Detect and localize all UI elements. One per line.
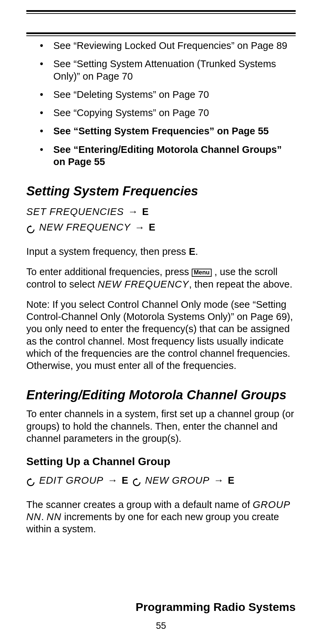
arrow-icon: → — [107, 473, 117, 488]
list-item: See “Setting System Attenuation (Trunked… — [40, 58, 296, 82]
bullet-text: See “Setting System Frequencies” on Page… — [53, 126, 269, 136]
scroll-icon — [26, 476, 35, 485]
sequence-line-3: Edit Group → E New Group → E — [26, 473, 296, 488]
key-e: E — [122, 473, 128, 488]
bullet-text: See “Entering/Editing Motorola Channel G… — [53, 144, 282, 167]
menu-button-icon: Menu — [192, 269, 212, 277]
text: . — [41, 511, 47, 522]
text: To enter additional frequencies, press — [26, 266, 192, 277]
lcd-text: New Group — [145, 473, 210, 488]
lcd-text: Edit Group — [39, 473, 103, 488]
key-e: E — [149, 220, 155, 235]
text: The scanner creates a group with a defau… — [26, 499, 253, 510]
key-e: E — [142, 204, 149, 219]
lcd-text: Set Frequencies — [26, 204, 124, 219]
sequence-line-2: New Frequency → E — [26, 220, 296, 236]
lcd-text: New Frequency — [39, 220, 131, 235]
key-e: E — [228, 473, 234, 488]
paragraph: To enter channels in a system, first set… — [26, 408, 296, 445]
lcd-text: nn — [47, 511, 61, 522]
key-e: E — [189, 246, 195, 257]
page-number: 55 — [0, 621, 322, 631]
lcd-text: New Frequency — [98, 279, 189, 290]
section-heading-groups: Entering/Editing Motorola Channel Groups — [26, 388, 296, 402]
text: Input a system frequency, then press — [26, 246, 189, 257]
text: increments by one for each new group you… — [26, 511, 279, 534]
bullet-text: See “Setting System Attenuation (Trunked… — [53, 58, 276, 81]
text: , then repeat the above. — [189, 279, 292, 290]
paragraph: Input a system frequency, then press E. — [26, 245, 296, 258]
list-item: See “Setting System Frequencies” on Page… — [40, 125, 296, 137]
paragraph: To enter additional frequencies, press M… — [26, 266, 296, 290]
arrow-icon: → — [128, 204, 138, 220]
scroll-icon — [26, 223, 35, 232]
subsection-heading: Setting Up a Channel Group — [26, 455, 296, 468]
paragraph: The scanner creates a group with a defau… — [26, 499, 296, 535]
sequence-line-1: Set Frequencies → E — [26, 204, 296, 220]
arrow-icon: → — [135, 220, 145, 236]
scroll-icon — [132, 476, 141, 485]
top-rule-group — [26, 10, 296, 14]
text: . — [195, 246, 198, 257]
second-rule-group — [26, 32, 296, 36]
bullet-list: See “Reviewing Locked Out Frequencies” o… — [40, 39, 296, 168]
bullet-text: See “Copying Systems” on Page 70 — [53, 107, 209, 118]
bullet-text: See “Reviewing Locked Out Frequencies” o… — [53, 40, 287, 51]
section-heading-frequencies: Setting System Frequencies — [26, 184, 296, 198]
note-paragraph: Note: If you select Control Channel Only… — [26, 298, 296, 372]
list-item: See “Deleting Systems” on Page 70 — [40, 88, 296, 101]
list-item: See “Entering/Editing Motorola Channel G… — [40, 143, 296, 168]
arrow-icon: → — [214, 473, 224, 488]
list-item: See “Reviewing Locked Out Frequencies” o… — [40, 39, 296, 52]
list-item: See “Copying Systems” on Page 70 — [40, 107, 296, 119]
bullet-text: See “Deleting Systems” on Page 70 — [53, 89, 209, 100]
footer-title: Programming Radio Systems — [136, 600, 296, 614]
